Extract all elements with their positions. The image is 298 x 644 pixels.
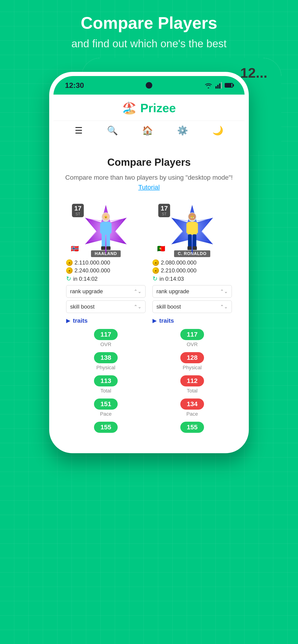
svg-rect-9 [107,223,112,233]
svg-rect-10 [102,234,105,247]
svg-text:😤: 😤 [191,215,194,218]
stat-label-ovr-haaland: OVR [100,342,111,348]
nav-bar[interactable]: ☰ 🔍 🏠 ⚙️ 🌙 [53,120,245,142]
traits-arrow-haaland: ▶ [66,318,70,324]
ronaldo-stats: 117 OVR 128 Physical 112 Total [152,329,232,433]
ronaldo-position: ST [162,212,166,216]
stat-badge-5-haaland: 155 [94,422,118,433]
ronaldo-price2-row: ● 2.210.000.000 [152,267,232,274]
traits-arrow-ronaldo: ▶ [152,318,156,324]
svg-rect-13 [106,246,111,250]
svg-text:😮: 😮 [104,215,108,218]
svg-rect-23 [193,234,196,247]
menu-icon[interactable]: ☰ [75,126,83,136]
main-phone-inner: 12:30 [53,76,245,449]
status-bar: 12:30 [53,76,245,94]
stat-badge-total-haaland: 113 [94,375,118,386]
tutorial-link[interactable]: Tutorial [138,184,160,191]
player-card-haaland: 😮 17 ST 🇳🇴 HAALAND [65,202,147,435]
player-card-ronaldo: 😤 17 ST 🇵🇹 C. RONALDO [151,202,233,435]
haaland-stats: 117 OVR 138 Physical 113 Total [66,329,146,433]
traits-label-haaland: traits [73,317,88,324]
haaland-traits[interactable]: ▶ traits [66,317,146,324]
dropdown-arrow: ⌃⌄ [134,288,142,294]
haaland-details: ● 2.110.000.000 ● 2.240.000.000 ↻ in 0:1… [65,257,147,435]
app-header: 🏖️ Prizee ☰ 🔍 🏠 ⚙️ 🌙 [53,94,245,142]
app-logo: 🏖️ Prizee [53,101,245,120]
stat-total-ronaldo: 112 Total [180,375,204,394]
compare-subtitle: Compare more than two players by using "… [65,173,233,192]
player-image-ronaldo: 😤 17 ST 🇵🇹 C. RONALDO [151,202,233,257]
hero-title: Compare Players [0,14,298,32]
stat-ovr-haaland: 117 OVR [94,329,118,348]
logo-emoji: 🏖️ [122,101,136,115]
ronaldo-figure: 😤 [175,211,210,255]
dark-mode-icon[interactable]: 🌙 [212,126,223,136]
svg-rect-11 [106,234,110,247]
stat-badge-physical-ronaldo: 128 [180,352,204,363]
app-name: Prizee [140,101,176,115]
ronaldo-traits[interactable]: ▶ traits [152,317,232,324]
status-time: 12:30 [65,81,84,90]
stat-badge-5-ronaldo: 155 [180,422,204,433]
haaland-time-row: ↻ in 0:14:02 [66,275,146,282]
wifi-icon [204,82,213,88]
main-phone-outer: 12:30 [49,72,249,453]
ronaldo-price1-row: ● 2.080.000.000 [152,260,232,266]
stat-label-total-haaland: Total [101,388,111,394]
phone-mockup: 12... 12:30 [49,72,249,453]
stat-label-pace-haaland: Pace [100,411,112,417]
svg-rect-21 [194,223,198,233]
stat-5-haaland: 155 [94,422,118,433]
svg-rect-24 [187,246,192,250]
stat-ovr-ronaldo: 117 OVR [180,329,204,348]
stat-label-pace-ronaldo: Pace [186,411,198,417]
haaland-dropdown-skill[interactable]: skill boost ⌃⌄ [66,300,146,313]
stat-5-ronaldo: 155 [180,422,204,433]
svg-rect-3 [221,82,222,88]
stat-badge-physical-haaland: 138 [94,352,118,363]
svg-rect-2 [219,84,220,88]
stat-label-ovr-ronaldo: OVR [187,342,198,348]
stat-pace-ronaldo: 134 Pace [180,398,204,417]
player-image-haaland: 😮 17 ST 🇳🇴 HAALAND [65,202,147,257]
svg-rect-1 [217,85,219,88]
settings-icon[interactable]: ⚙️ [177,126,188,136]
stat-physical-haaland: 138 Physical [94,352,118,371]
stat-label-physical-haaland: Physical [96,365,115,371]
haaland-time: in 0:14:02 [73,276,98,282]
ronaldo-details: ● 2.080.000.000 ● 2.210.000.000 ↻ in 0:1… [151,257,233,435]
svg-rect-8 [100,223,104,233]
battery-icon [225,83,233,88]
haaland-price2: 2.240.000.000 [75,267,110,274]
svg-rect-25 [193,246,197,250]
ronaldo-price2: 2.210.000.000 [161,267,196,274]
haaland-position: ST [75,212,80,216]
stat-pace-haaland: 151 Pace [94,398,118,417]
status-icons [204,82,233,88]
haaland-figure: 😮 [88,211,123,255]
hero-subtitle: and find out which one's the best [0,37,298,51]
svg-rect-20 [186,223,191,233]
compare-title: Compare Players [65,156,233,168]
players-grid: 😮 17 ST 🇳🇴 HAALAND [65,202,233,435]
stat-total-haaland: 113 Total [94,375,118,394]
haaland-price1-row: ● 2.110.000.000 [66,260,146,266]
coin-icon-3: ● [152,260,159,266]
ronaldo-dropdown-skill[interactable]: skill boost ⌃⌄ [152,300,232,313]
compare-section: Compare Players Compare more than two pl… [58,147,240,444]
haaland-flag: 🇳🇴 [71,245,79,252]
dropdown-arrow-4: ⌃⌄ [220,304,228,310]
ronaldo-dropdown-rank[interactable]: rank upgrade ⌃⌄ [152,285,232,298]
stat-badge-ovr-ronaldo: 117 [180,329,204,340]
stat-badge-total-ronaldo: 112 [180,375,204,386]
camera-dot [146,82,152,88]
refresh-icon-haaland: ↻ [66,275,71,282]
ronaldo-flag: 🇵🇹 [157,245,165,252]
home-icon[interactable]: 🏠 [142,126,153,136]
stat-badge-pace-ronaldo: 134 [180,398,204,410]
ronaldo-time-row: ↻ in 0:14:03 [152,275,232,282]
coin-icon-1: ● [66,260,73,266]
haaland-dropdown-rank[interactable]: rank upgrade ⌃⌄ [66,285,146,298]
search-icon[interactable]: 🔍 [107,126,118,136]
